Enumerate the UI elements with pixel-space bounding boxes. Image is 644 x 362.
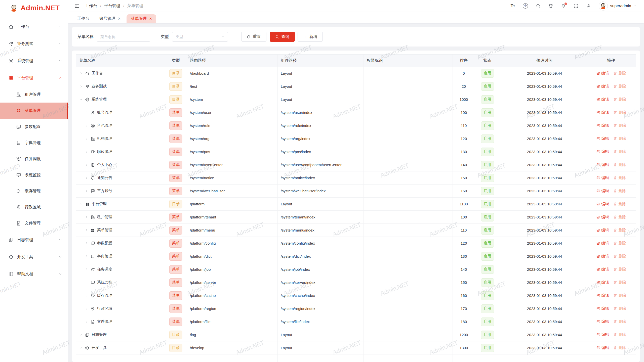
delete-button[interactable]: 删除 xyxy=(613,162,626,167)
add-button[interactable]: 新增 xyxy=(298,32,323,42)
chevron-right-icon[interactable] xyxy=(85,307,88,310)
edit-button[interactable]: 编辑 xyxy=(596,254,609,259)
expand-toggle[interactable] xyxy=(85,124,89,127)
search-button[interactable]: 查询 xyxy=(270,32,295,42)
delete-button[interactable]: 删除 xyxy=(613,149,626,154)
sidebar-item-menu-mgmt[interactable]: 菜单管理 xyxy=(0,103,68,119)
menu-name-input[interactable] xyxy=(97,32,150,42)
expand-toggle[interactable] xyxy=(85,111,89,114)
fullscreen-icon[interactable] xyxy=(574,4,578,8)
sidebar-item-admin-region[interactable]: 行政区域 xyxy=(0,199,68,215)
tab-workbench[interactable]: 工作台 xyxy=(73,14,94,23)
expand-toggle[interactable] xyxy=(79,98,83,101)
edit-button[interactable]: 编辑 xyxy=(596,110,609,115)
theme-shirt-icon[interactable] xyxy=(548,4,553,8)
type-select[interactable]: 类型 xyxy=(172,32,228,42)
chevron-right-icon[interactable] xyxy=(85,163,88,166)
edit-button[interactable]: 编辑 xyxy=(596,123,609,128)
expand-toggle[interactable] xyxy=(85,176,89,179)
expand-toggle[interactable] xyxy=(85,215,89,219)
chevron-right-icon[interactable] xyxy=(85,124,88,127)
reset-button[interactable]: 重置 xyxy=(241,32,266,42)
chevron-right-icon[interactable] xyxy=(85,242,88,245)
edit-button[interactable]: 编辑 xyxy=(596,189,609,193)
sidebar-item-dict-mgmt[interactable]: 字典管理 xyxy=(0,135,68,151)
edit-button[interactable]: 编辑 xyxy=(596,202,609,206)
sidebar-item-system-mgmt[interactable]: 系统管理 xyxy=(0,52,68,69)
language-icon[interactable]: 中 xyxy=(523,3,528,9)
delete-button[interactable]: 删除 xyxy=(613,280,626,285)
delete-button[interactable]: 删除 xyxy=(613,319,626,324)
expand-toggle[interactable] xyxy=(85,255,89,258)
sidebar-item-platform-mgmt[interactable]: 平台管理 xyxy=(0,69,68,86)
chevron-down-icon[interactable] xyxy=(79,98,83,101)
edit-button[interactable]: 编辑 xyxy=(596,241,609,246)
delete-button[interactable]: 删除 xyxy=(613,71,626,76)
expand-toggle[interactable] xyxy=(79,72,83,75)
user-menu[interactable]: superadmin xyxy=(599,2,636,11)
font-size-icon[interactable]: TT xyxy=(511,4,515,8)
edit-button[interactable]: 编辑 xyxy=(596,345,609,350)
edit-button[interactable]: 编辑 xyxy=(596,267,609,272)
delete-button[interactable]: 删除 xyxy=(613,84,626,89)
chevron-right-icon[interactable] xyxy=(79,85,83,88)
breadcrumb-item[interactable]: 平台管理 xyxy=(104,3,120,9)
expand-toggle[interactable] xyxy=(79,85,83,88)
sidebar-item-cache-mgmt[interactable]: 缓存管理 xyxy=(0,183,68,199)
sidebar-item-business-test[interactable]: 业务测试 xyxy=(0,35,68,52)
edit-button[interactable]: 编辑 xyxy=(596,84,609,89)
close-icon[interactable]: ✕ xyxy=(118,17,121,21)
delete-button[interactable]: 删除 xyxy=(613,241,626,246)
edit-button[interactable]: 编辑 xyxy=(596,136,609,141)
expand-toggle[interactable] xyxy=(85,163,89,166)
expand-toggle[interactable] xyxy=(85,189,89,193)
tab-account-mgmt[interactable]: 账号管理✕ xyxy=(95,14,125,23)
sidebar-item-workbench[interactable]: 工作台 xyxy=(0,18,68,35)
delete-button[interactable]: 删除 xyxy=(613,345,626,350)
chevron-down-icon[interactable] xyxy=(79,202,83,206)
sidebar-item-log-mgmt[interactable]: 日志管理 xyxy=(0,231,68,248)
edit-button[interactable]: 编辑 xyxy=(596,175,609,180)
delete-button[interactable]: 删除 xyxy=(613,97,626,102)
expand-toggle[interactable] xyxy=(85,320,89,323)
search-icon[interactable] xyxy=(536,4,541,8)
chevron-right-icon[interactable] xyxy=(85,255,88,258)
chevron-right-icon[interactable] xyxy=(85,229,88,232)
chevron-right-icon[interactable] xyxy=(85,215,88,219)
close-icon[interactable]: ✕ xyxy=(149,17,152,21)
chevron-right-icon[interactable] xyxy=(85,189,88,193)
delete-button[interactable]: 删除 xyxy=(613,110,626,115)
sidebar-item-system-monitor[interactable]: 系统监控 xyxy=(0,167,68,183)
sidebar-item-help-docs[interactable]: 帮助文档 xyxy=(0,265,68,283)
expand-toggle[interactable] xyxy=(85,229,89,232)
edit-button[interactable]: 编辑 xyxy=(596,71,609,76)
chevron-right-icon[interactable] xyxy=(85,137,88,140)
sidebar-item-tenant-mgmt[interactable]: 租户管理 xyxy=(0,86,68,103)
edit-button[interactable]: 编辑 xyxy=(596,280,609,285)
chevron-right-icon[interactable] xyxy=(79,72,83,75)
expand-toggle[interactable] xyxy=(79,346,83,349)
delete-button[interactable]: 删除 xyxy=(613,136,626,141)
chevron-right-icon[interactable] xyxy=(79,333,83,336)
notification-icon[interactable] xyxy=(561,4,566,8)
delete-button[interactable]: 删除 xyxy=(613,306,626,311)
edit-button[interactable]: 编辑 xyxy=(596,306,609,311)
delete-button[interactable]: 删除 xyxy=(613,202,626,206)
sidebar-item-job-schedule[interactable]: 任务调度 xyxy=(0,151,68,167)
expand-toggle[interactable] xyxy=(85,307,89,310)
chevron-right-icon[interactable] xyxy=(85,150,88,153)
sidebar-item-file-mgmt[interactable]: 文件管理 xyxy=(0,215,68,231)
delete-button[interactable]: 删除 xyxy=(613,293,626,298)
sidebar-item-dev-tools[interactable]: 开发工具 xyxy=(0,248,68,265)
delete-button[interactable]: 删除 xyxy=(613,175,626,180)
breadcrumb-item[interactable]: 工作台 xyxy=(85,3,97,9)
chevron-right-icon[interactable] xyxy=(85,111,88,114)
user-line-icon[interactable] xyxy=(586,4,591,8)
edit-button[interactable]: 编辑 xyxy=(596,228,609,233)
chevron-right-icon[interactable] xyxy=(79,346,83,349)
delete-button[interactable]: 删除 xyxy=(613,254,626,259)
expand-toggle[interactable] xyxy=(85,137,89,140)
chevron-right-icon[interactable] xyxy=(85,268,88,271)
delete-button[interactable]: 删除 xyxy=(613,267,626,272)
edit-button[interactable]: 编辑 xyxy=(596,162,609,167)
